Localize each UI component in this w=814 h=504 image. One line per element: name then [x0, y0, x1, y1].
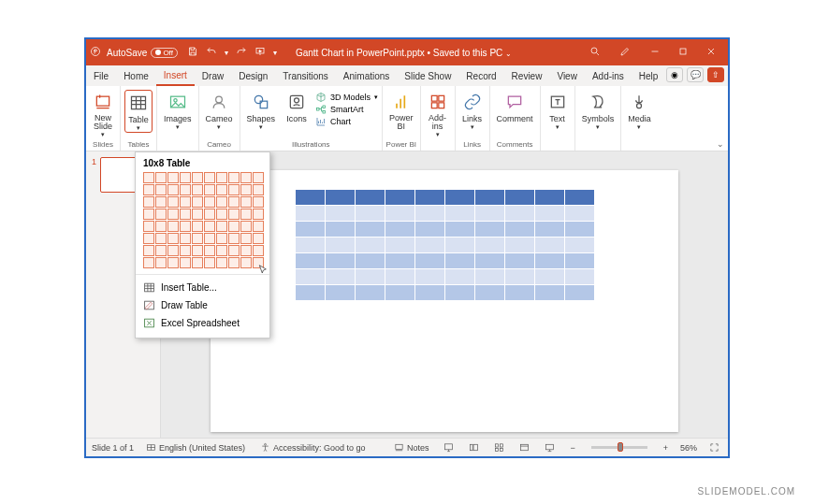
insert-table-item[interactable]: Insert Table... [136, 279, 269, 296]
grid-cell[interactable] [240, 196, 252, 208]
new-slide-button[interactable]: New Slide ▾ [90, 90, 116, 138]
present-caret[interactable]: ▾ [273, 49, 277, 57]
grid-cell[interactable] [204, 245, 215, 256]
autosave-toggle[interactable]: AutoSave Off [107, 48, 178, 58]
grid-cell[interactable] [143, 257, 154, 268]
notes-button[interactable]: Notes [391, 442, 432, 453]
grid-cell[interactable] [204, 209, 215, 220]
3d-models-button[interactable]: 3D Models ▾ [315, 92, 378, 103]
maximize-icon[interactable] [677, 46, 689, 59]
grid-cell[interactable] [240, 209, 252, 220]
display-settings-icon[interactable] [441, 442, 457, 453]
text-button[interactable]: Text ▾ [545, 90, 571, 131]
grid-cell[interactable] [155, 209, 167, 220]
document-title[interactable]: Gantt Chart in PowerPoint.pptx • Saved t… [296, 48, 512, 58]
grid-cell[interactable] [155, 172, 167, 183]
grid-cell[interactable] [143, 209, 154, 220]
view-normal-icon[interactable] [466, 442, 482, 453]
grid-cell[interactable] [216, 172, 227, 183]
grid-cell[interactable] [192, 233, 203, 244]
table-size-grid[interactable] [143, 172, 262, 268]
grid-cell[interactable] [204, 196, 215, 208]
grid-cell[interactable] [155, 257, 167, 268]
zoom-in-icon[interactable]: + [661, 443, 671, 453]
grid-cell[interactable] [192, 257, 203, 268]
grid-cell[interactable] [192, 221, 203, 232]
grid-cell[interactable] [216, 209, 227, 220]
grid-cell[interactable] [167, 184, 179, 195]
cameo-button[interactable]: Cameo ▾ [203, 90, 236, 131]
grid-cell[interactable] [180, 196, 191, 208]
grid-cell[interactable] [155, 245, 167, 256]
grid-cell[interactable] [228, 245, 240, 256]
draw-mode-icon[interactable] [619, 46, 631, 59]
grid-cell[interactable] [216, 257, 227, 268]
grid-cell[interactable] [240, 233, 252, 244]
grid-cell[interactable] [192, 196, 203, 208]
grid-cell[interactable] [228, 221, 240, 232]
tab-view[interactable]: View [549, 65, 585, 86]
inserted-table[interactable] [295, 189, 595, 301]
tab-addins[interactable]: Add-ins [585, 65, 632, 86]
slide-canvas[interactable] [211, 170, 678, 432]
grid-cell[interactable] [143, 221, 154, 232]
grid-cell[interactable] [228, 209, 240, 220]
present-icon[interactable] [254, 46, 266, 59]
excel-spreadsheet-item[interactable]: Excel Spreadsheet [136, 314, 269, 332]
zoom-slider[interactable] [591, 446, 647, 449]
grid-cell[interactable] [228, 196, 240, 208]
grid-cell[interactable] [180, 221, 191, 232]
tab-draw[interactable]: Draw [195, 65, 231, 86]
collapse-ribbon-icon[interactable]: ⌄ [717, 139, 724, 149]
minimize-icon[interactable] [649, 46, 661, 59]
grid-cell[interactable] [167, 209, 179, 220]
grid-cell[interactable] [155, 196, 167, 208]
grid-cell[interactable] [143, 172, 154, 183]
grid-cell[interactable] [192, 172, 203, 183]
grid-cell[interactable] [192, 245, 203, 256]
view-slideshow-icon[interactable] [542, 442, 558, 453]
tab-help[interactable]: Help [632, 65, 666, 86]
search-icon[interactable] [589, 46, 601, 59]
comment-button[interactable]: Comment [494, 90, 536, 125]
grid-cell[interactable] [216, 233, 227, 244]
grid-cell[interactable] [180, 172, 191, 183]
tab-slideshow[interactable]: Slide Show [397, 65, 458, 86]
shapes-button[interactable]: Shapes ▾ [244, 90, 279, 131]
grid-cell[interactable] [240, 184, 252, 195]
grid-cell[interactable] [228, 184, 240, 195]
grid-cell[interactable] [180, 209, 191, 220]
grid-cell[interactable] [204, 233, 215, 244]
grid-cell[interactable] [167, 221, 179, 232]
grid-cell[interactable] [240, 245, 252, 256]
share-button[interactable]: ⇧ [707, 67, 724, 82]
grid-cell[interactable] [253, 209, 264, 220]
zoom-out-icon[interactable]: − [567, 443, 577, 453]
grid-cell[interactable] [253, 184, 264, 195]
grid-cell[interactable] [180, 245, 191, 256]
grid-cell[interactable] [253, 221, 264, 232]
grid-cell[interactable] [143, 196, 154, 208]
tab-home[interactable]: Home [116, 65, 156, 86]
grid-cell[interactable] [253, 245, 264, 256]
view-reading-icon[interactable] [516, 442, 532, 453]
grid-cell[interactable] [192, 184, 203, 195]
grid-cell[interactable] [155, 184, 167, 195]
grid-cell[interactable] [204, 257, 215, 268]
grid-cell[interactable] [240, 221, 252, 232]
grid-cell[interactable] [180, 257, 191, 268]
grid-cell[interactable] [240, 257, 252, 268]
grid-cell[interactable] [143, 184, 154, 195]
undo-icon[interactable] [206, 46, 217, 59]
symbols-button[interactable]: Symbols ▾ [579, 90, 618, 131]
tab-transitions[interactable]: Transitions [275, 65, 336, 86]
grid-cell[interactable] [167, 233, 179, 244]
grid-cell[interactable] [167, 257, 179, 268]
grid-cell[interactable] [216, 196, 227, 208]
grid-cell[interactable] [143, 245, 154, 256]
close-icon[interactable] [705, 46, 717, 59]
grid-cell[interactable] [253, 172, 264, 183]
grid-cell[interactable] [253, 196, 264, 208]
grid-cell[interactable] [228, 233, 240, 244]
grid-cell[interactable] [204, 221, 215, 232]
